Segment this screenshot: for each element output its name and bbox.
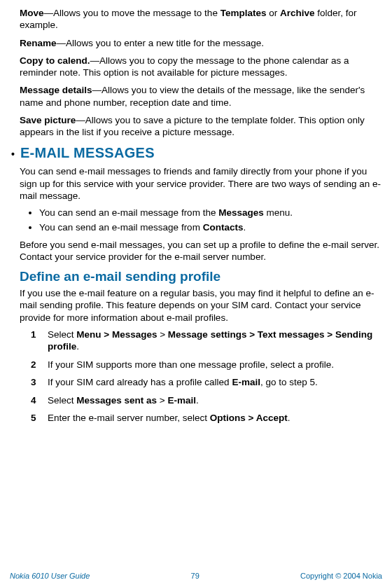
or-text: or (266, 8, 280, 18)
list-item-contacts: You can send an e-mail message from Cont… (39, 221, 382, 235)
section-heading-row: • E-MAIL MESSAGES (10, 145, 382, 161)
list-item-messages: You can send an e-mail message from the … (39, 207, 382, 220)
footer-guide-name: Nokia 6010 User Guide (10, 572, 90, 580)
ways-list: You can send an e-mail message from the … (20, 207, 382, 235)
step-1: Select Menu > Messages > Message setting… (20, 329, 382, 353)
bullet-icon: • (10, 149, 20, 159)
folder-templates: Templates (220, 8, 267, 18)
term-rename: Rename (20, 38, 57, 48)
page-footer: Nokia 6010 User Guide 79 Copyright © 200… (0, 572, 392, 580)
term-move: Move (20, 8, 44, 18)
steps-list: Select Menu > Messages > Message setting… (20, 329, 382, 424)
section-heading-email: E-MAIL MESSAGES (20, 145, 155, 161)
step-4: Select Messages sent as > E-mail. (20, 394, 382, 407)
definition-copy: Copy to calend.—Allows you to copy the m… (20, 55, 382, 79)
text-move-1: —Allows you to move the message to the (44, 8, 220, 18)
definition-details: Message details—Allows you to view the d… (20, 84, 382, 109)
step-3: If your SIM card already has a profile c… (20, 376, 382, 389)
section-after-bullets: Before you send e-mail messages, you can… (20, 239, 382, 263)
term-details: Message details (20, 85, 92, 95)
footer-page-number: 79 (191, 572, 200, 580)
step-2: If your SIM supports more than one messa… (20, 359, 382, 371)
definition-move: Move—Allows you to move the message to t… (20, 7, 382, 32)
section-intro: You can send e-mail messages to friends … (20, 165, 382, 202)
step-5: Enter the e-mail server number, select O… (20, 412, 382, 424)
sub-heading-profile: Define an e-mail sending profile (20, 269, 382, 284)
folder-archive: Archive (280, 8, 315, 18)
text-rename: —Allows you to enter a new title for the… (57, 38, 264, 48)
term-copy: Copy to calend. (20, 55, 90, 66)
definition-rename: Rename—Allows you to enter a new title f… (20, 37, 382, 49)
term-save: Save picture (20, 115, 76, 125)
definition-save: Save picture—Allows you to save a pictur… (20, 114, 382, 139)
footer-copyright: Copyright © 2004 Nokia (300, 572, 382, 580)
profile-intro: If you use the e-mail feature on a regul… (20, 287, 382, 324)
